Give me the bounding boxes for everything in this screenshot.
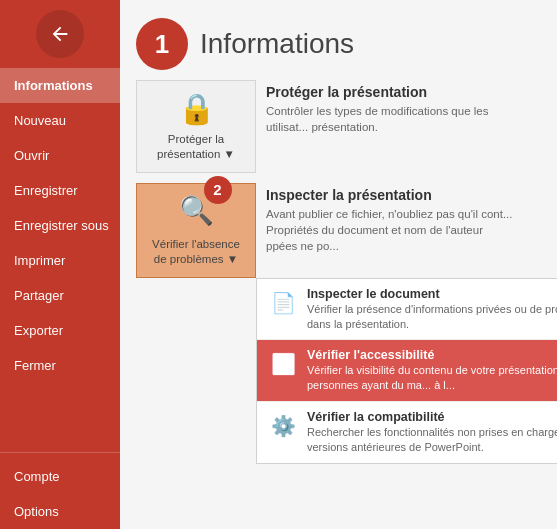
- sidebar-item-nouveau[interactable]: Nouveau: [0, 103, 120, 138]
- compatibilite-text: Vérifier la compatibilité Rechercher les…: [307, 410, 557, 455]
- accessibilite-icon: ♿: [269, 350, 297, 378]
- sidebar-item-imprimer[interactable]: Imprimer: [0, 243, 120, 278]
- dropdown-item-compatibilite[interactable]: ⚙️ Vérifier la compatibilité Rechercher …: [257, 402, 557, 463]
- sidebar-item-enregistrer[interactable]: Enregistrer: [0, 173, 120, 208]
- sidebar-item-compte[interactable]: Compte: [0, 459, 120, 494]
- step2-badge: 2: [204, 176, 232, 204]
- inspect-dropdown: 📄 Inspecter le document Vérifier la prés…: [256, 278, 557, 464]
- compatibilite-desc: Rechercher les fonctionnalités non prise…: [307, 425, 557, 455]
- sidebar-item-options[interactable]: Options: [0, 494, 120, 529]
- inspect-section: 2 🔍 Vérifier l'absence de problèmes ▼ In…: [136, 183, 541, 464]
- sidebar-item-exporter[interactable]: Exporter: [0, 313, 120, 348]
- main-content: 1 Informations 🔒 Protéger la présentatio…: [120, 0, 557, 529]
- inspect-card-row: 2 🔍 Vérifier l'absence de problèmes ▼ In…: [136, 183, 541, 278]
- accessibilite-title: Vérifier l'accessibilité: [307, 348, 557, 362]
- page-title: Informations: [200, 28, 354, 60]
- page-header: 1 Informations: [120, 0, 557, 80]
- accessibilite-desc: Vérifier la visibilité du contenu de vot…: [307, 363, 557, 393]
- inspect-title: Inspecter la présentation: [266, 187, 531, 203]
- sidebar-item-fermer[interactable]: Fermer: [0, 348, 120, 383]
- cards-container: 🔒 Protéger la présentation ▼ Protéger la…: [120, 80, 557, 464]
- back-button[interactable]: [36, 10, 84, 58]
- doc-inspect-icon: 📄: [269, 289, 297, 317]
- inspect-icon-label: Vérifier l'absence de problèmes ▼: [152, 237, 240, 267]
- sidebar-divider: [0, 452, 120, 453]
- protect-desc: Contrôler les types de modifications que…: [266, 103, 531, 135]
- protect-card-row: 🔒 Protéger la présentation ▼ Protéger la…: [136, 80, 541, 173]
- protect-icon-label: Protéger la présentation ▼: [157, 132, 235, 162]
- sidebar-item-ouvrir[interactable]: Ouvrir: [0, 138, 120, 173]
- accessibilite-text: Vérifier l'accessibilité Vérifier la vis…: [307, 348, 557, 393]
- sidebar-bottom: Compte Options: [0, 446, 120, 529]
- inspect-desc: Avant publier ce fichier, n'oubliez pas …: [266, 206, 531, 254]
- dropdown-item-inspecter-doc[interactable]: 📄 Inspecter le document Vérifier la prés…: [257, 279, 557, 341]
- compatibilite-title: Vérifier la compatibilité: [307, 410, 557, 424]
- protect-icon-box[interactable]: 🔒 Protéger la présentation ▼: [136, 80, 256, 173]
- protect-title: Protéger la présentation: [266, 84, 531, 100]
- compatibilite-icon: ⚙️: [269, 412, 297, 440]
- inspect-icon-box[interactable]: 2 🔍 Vérifier l'absence de problèmes ▼: [136, 183, 256, 278]
- sidebar-nav: Informations Nouveau Ouvrir Enregistrer …: [0, 68, 120, 383]
- dropdown-item-accessibilite[interactable]: ♿ Vérifier l'accessibilité Vérifier la v…: [257, 340, 557, 402]
- inspecter-doc-text: Inspecter le document Vérifier la présen…: [307, 287, 557, 332]
- inspecter-doc-desc: Vérifier la présence d'informations priv…: [307, 302, 557, 332]
- step1-badge: 1: [136, 18, 188, 70]
- inspect-content: Inspecter la présentation Avant publier …: [256, 183, 541, 258]
- sidebar-item-enregistrer-sous[interactable]: Enregistrer sous: [0, 208, 120, 243]
- sidebar-item-informations[interactable]: Informations: [0, 68, 120, 103]
- sidebar-item-partager[interactable]: Partager: [0, 278, 120, 313]
- protect-content: Protéger la présentation Contrôler les t…: [256, 80, 541, 139]
- sidebar: Informations Nouveau Ouvrir Enregistrer …: [0, 0, 120, 529]
- inspecter-doc-title: Inspecter le document: [307, 287, 557, 301]
- lock-icon: 🔒: [178, 91, 215, 126]
